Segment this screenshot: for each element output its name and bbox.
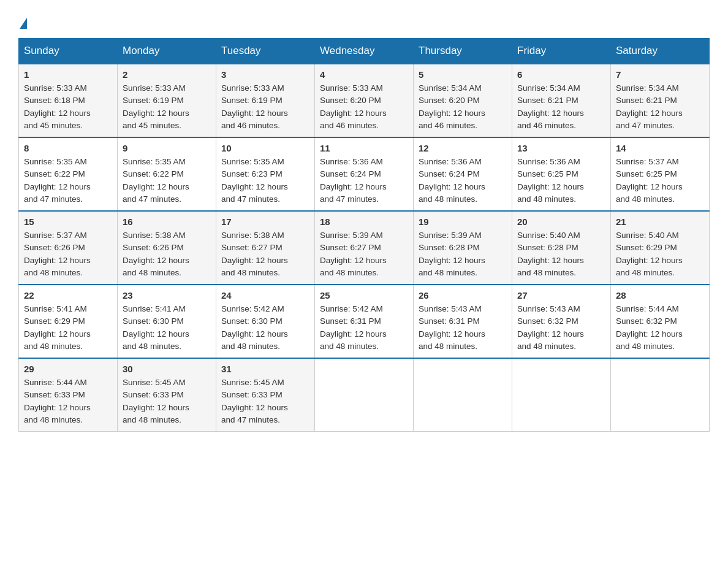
day-info: Sunrise: 5:35 AMSunset: 6:23 PMDaylight:… xyxy=(221,156,309,205)
day-number: 27 xyxy=(517,290,605,301)
day-number: 18 xyxy=(320,216,408,227)
day-info: Sunrise: 5:38 AMSunset: 6:27 PMDaylight:… xyxy=(221,229,309,279)
day-info: Sunrise: 5:42 AMSunset: 6:31 PMDaylight:… xyxy=(320,303,408,353)
day-number: 12 xyxy=(419,143,507,153)
calendar-cell: 29Sunrise: 5:44 AMSunset: 6:33 PMDayligh… xyxy=(19,358,118,432)
day-info: Sunrise: 5:41 AMSunset: 6:29 PMDaylight:… xyxy=(24,303,112,353)
calendar-cell: 9Sunrise: 5:35 AMSunset: 6:22 PMDaylight… xyxy=(118,137,216,211)
calendar-cell: 5Sunrise: 5:34 AMSunset: 6:20 PMDaylight… xyxy=(414,64,512,137)
day-number: 21 xyxy=(616,216,704,227)
day-info: Sunrise: 5:36 AMSunset: 6:24 PMDaylight:… xyxy=(320,156,408,205)
day-header-thursday: Thursday xyxy=(414,39,512,64)
day-number: 20 xyxy=(517,216,605,227)
day-number: 22 xyxy=(24,290,112,301)
logo-triangle-icon xyxy=(20,18,27,29)
day-number: 1 xyxy=(24,69,112,80)
day-info: Sunrise: 5:39 AMSunset: 6:28 PMDaylight:… xyxy=(419,229,507,279)
day-number: 30 xyxy=(123,364,211,374)
calendar-cell: 15Sunrise: 5:37 AMSunset: 6:26 PMDayligh… xyxy=(19,211,118,285)
day-info: Sunrise: 5:45 AMSunset: 6:33 PMDaylight:… xyxy=(221,377,309,426)
day-header-wednesday: Wednesday xyxy=(315,39,414,64)
day-info: Sunrise: 5:41 AMSunset: 6:30 PMDaylight:… xyxy=(123,303,211,353)
day-info: Sunrise: 5:34 AMSunset: 6:21 PMDaylight:… xyxy=(517,82,605,132)
calendar-cell: 27Sunrise: 5:43 AMSunset: 6:32 PMDayligh… xyxy=(512,285,611,358)
day-number: 26 xyxy=(419,290,507,301)
day-info: Sunrise: 5:35 AMSunset: 6:22 PMDaylight:… xyxy=(123,156,211,205)
calendar-cell: 26Sunrise: 5:43 AMSunset: 6:31 PMDayligh… xyxy=(414,285,512,358)
calendar-cell: 22Sunrise: 5:41 AMSunset: 6:29 PMDayligh… xyxy=(19,285,118,358)
day-number: 28 xyxy=(616,290,704,301)
day-info: Sunrise: 5:38 AMSunset: 6:26 PMDaylight:… xyxy=(123,229,211,279)
day-header-friday: Friday xyxy=(512,39,611,64)
day-info: Sunrise: 5:44 AMSunset: 6:32 PMDaylight:… xyxy=(616,303,704,353)
day-info: Sunrise: 5:34 AMSunset: 6:21 PMDaylight:… xyxy=(616,82,704,132)
calendar-cell: 24Sunrise: 5:42 AMSunset: 6:30 PMDayligh… xyxy=(216,285,315,358)
logo xyxy=(18,12,28,26)
day-header-sunday: Sunday xyxy=(19,39,118,64)
calendar-cell: 17Sunrise: 5:38 AMSunset: 6:27 PMDayligh… xyxy=(216,211,315,285)
day-info: Sunrise: 5:34 AMSunset: 6:20 PMDaylight:… xyxy=(419,82,507,132)
day-header-tuesday: Tuesday xyxy=(216,39,315,64)
day-number: 23 xyxy=(123,290,211,301)
calendar-cell: 23Sunrise: 5:41 AMSunset: 6:30 PMDayligh… xyxy=(118,285,216,358)
day-number: 2 xyxy=(123,69,211,80)
calendar-cell xyxy=(315,358,414,432)
day-info: Sunrise: 5:40 AMSunset: 6:28 PMDaylight:… xyxy=(517,229,605,279)
week-row-3: 15Sunrise: 5:37 AMSunset: 6:26 PMDayligh… xyxy=(19,211,710,285)
day-number: 16 xyxy=(123,216,211,227)
calendar-cell: 13Sunrise: 5:36 AMSunset: 6:25 PMDayligh… xyxy=(512,137,611,211)
calendar-cell: 8Sunrise: 5:35 AMSunset: 6:22 PMDaylight… xyxy=(19,137,118,211)
day-info: Sunrise: 5:40 AMSunset: 6:29 PMDaylight:… xyxy=(616,229,704,279)
page-header xyxy=(18,12,710,26)
day-number: 15 xyxy=(24,216,112,227)
day-number: 24 xyxy=(221,290,309,301)
calendar-table: SundayMondayTuesdayWednesdayThursdayFrid… xyxy=(18,38,710,432)
calendar-cell: 11Sunrise: 5:36 AMSunset: 6:24 PMDayligh… xyxy=(315,137,414,211)
day-header-monday: Monday xyxy=(118,39,216,64)
calendar-cell: 1Sunrise: 5:33 AMSunset: 6:18 PMDaylight… xyxy=(19,64,118,137)
day-info: Sunrise: 5:44 AMSunset: 6:33 PMDaylight:… xyxy=(24,377,112,426)
day-info: Sunrise: 5:36 AMSunset: 6:25 PMDaylight:… xyxy=(517,156,605,205)
day-info: Sunrise: 5:33 AMSunset: 6:19 PMDaylight:… xyxy=(123,82,211,132)
calendar-header-row: SundayMondayTuesdayWednesdayThursdayFrid… xyxy=(19,39,710,64)
calendar-cell: 19Sunrise: 5:39 AMSunset: 6:28 PMDayligh… xyxy=(414,211,512,285)
calendar-cell xyxy=(414,358,512,432)
day-number: 6 xyxy=(517,69,605,80)
day-number: 7 xyxy=(616,69,704,80)
day-number: 14 xyxy=(616,143,704,153)
day-number: 10 xyxy=(221,143,309,153)
calendar-cell xyxy=(512,358,611,432)
day-info: Sunrise: 5:43 AMSunset: 6:32 PMDaylight:… xyxy=(517,303,605,353)
day-info: Sunrise: 5:33 AMSunset: 6:19 PMDaylight:… xyxy=(221,82,309,132)
week-row-2: 8Sunrise: 5:35 AMSunset: 6:22 PMDaylight… xyxy=(19,137,710,211)
calendar-cell: 7Sunrise: 5:34 AMSunset: 6:21 PMDaylight… xyxy=(611,64,710,137)
day-number: 29 xyxy=(24,364,112,374)
day-number: 4 xyxy=(320,69,408,80)
week-row-1: 1Sunrise: 5:33 AMSunset: 6:18 PMDaylight… xyxy=(19,64,710,137)
week-row-5: 29Sunrise: 5:44 AMSunset: 6:33 PMDayligh… xyxy=(19,358,710,432)
day-number: 31 xyxy=(221,364,309,374)
day-info: Sunrise: 5:37 AMSunset: 6:26 PMDaylight:… xyxy=(24,229,112,279)
calendar-cell: 14Sunrise: 5:37 AMSunset: 6:25 PMDayligh… xyxy=(611,137,710,211)
calendar-cell: 20Sunrise: 5:40 AMSunset: 6:28 PMDayligh… xyxy=(512,211,611,285)
day-number: 17 xyxy=(221,216,309,227)
day-info: Sunrise: 5:45 AMSunset: 6:33 PMDaylight:… xyxy=(123,377,211,426)
calendar-cell: 28Sunrise: 5:44 AMSunset: 6:32 PMDayligh… xyxy=(611,285,710,358)
day-number: 19 xyxy=(419,216,507,227)
calendar-cell: 30Sunrise: 5:45 AMSunset: 6:33 PMDayligh… xyxy=(118,358,216,432)
day-info: Sunrise: 5:37 AMSunset: 6:25 PMDaylight:… xyxy=(616,156,704,205)
day-info: Sunrise: 5:35 AMSunset: 6:22 PMDaylight:… xyxy=(24,156,112,205)
day-number: 25 xyxy=(320,290,408,301)
day-info: Sunrise: 5:39 AMSunset: 6:27 PMDaylight:… xyxy=(320,229,408,279)
day-number: 5 xyxy=(419,69,507,80)
calendar-cell: 18Sunrise: 5:39 AMSunset: 6:27 PMDayligh… xyxy=(315,211,414,285)
calendar-cell: 10Sunrise: 5:35 AMSunset: 6:23 PMDayligh… xyxy=(216,137,315,211)
calendar-cell: 21Sunrise: 5:40 AMSunset: 6:29 PMDayligh… xyxy=(611,211,710,285)
calendar-cell: 12Sunrise: 5:36 AMSunset: 6:24 PMDayligh… xyxy=(414,137,512,211)
calendar-cell xyxy=(611,358,710,432)
day-number: 13 xyxy=(517,143,605,153)
day-info: Sunrise: 5:36 AMSunset: 6:24 PMDaylight:… xyxy=(419,156,507,205)
day-info: Sunrise: 5:42 AMSunset: 6:30 PMDaylight:… xyxy=(221,303,309,353)
day-header-saturday: Saturday xyxy=(611,39,710,64)
calendar-cell: 6Sunrise: 5:34 AMSunset: 6:21 PMDaylight… xyxy=(512,64,611,137)
